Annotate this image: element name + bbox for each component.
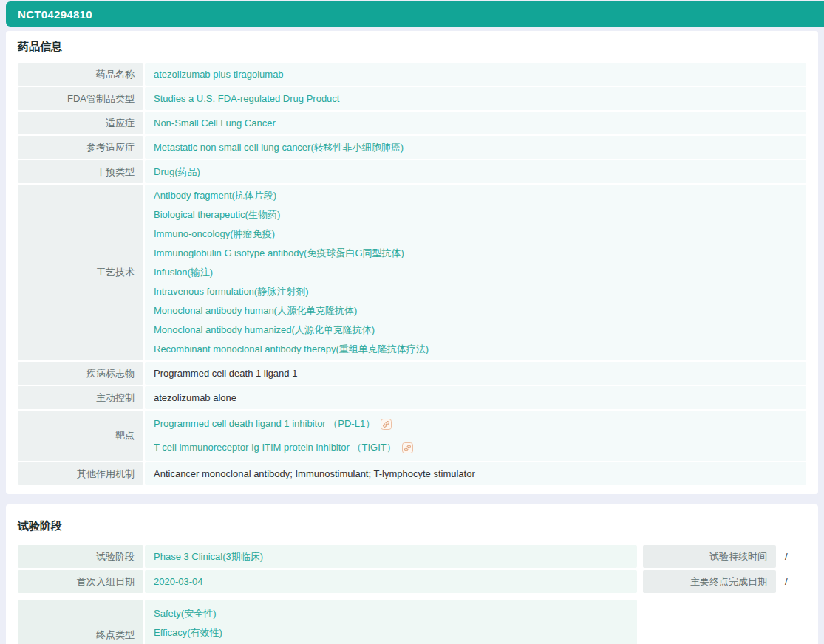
trial-id-header: NCT04294810 — [6, 1, 824, 27]
value-link[interactable]: Infusion(输注) — [154, 263, 797, 282]
value-link[interactable]: Monoclonal antibody human(人源化单克隆抗体) — [154, 301, 797, 321]
trial-phase-left-table: 试验阶段Phase 3 Clinical(3期临床)首次入组日期2020-03-… — [18, 545, 637, 593]
value-link[interactable]: Efficacy(有效性) — [154, 623, 628, 643]
row-label: 试验持续时间 — [643, 545, 776, 568]
table-row: 首次入组日期2020-03-04 — [18, 570, 637, 593]
value-link[interactable]: Intravenous formulation(静脉注射剂) — [154, 282, 797, 301]
value-link[interactable]: Safety(安全性) — [154, 604, 628, 623]
row-label: 终点类型 — [18, 600, 143, 644]
link-icon[interactable] — [402, 442, 413, 453]
row-value: 2020-03-04 — [145, 570, 637, 593]
row-label: 主要终点完成日期 — [643, 570, 776, 593]
table-row: 干预类型Drug(药品) — [18, 160, 806, 183]
value-link[interactable]: Monoclonal antibody humanized(人源化单克隆抗体) — [154, 321, 797, 340]
value-text: / — [785, 547, 797, 566]
row-label: 参考适应症 — [18, 136, 143, 159]
row-label: 工艺技术 — [18, 185, 143, 360]
row-value: Programmed cell death 1 ligand 1 — [145, 362, 806, 385]
row-value: atezolizumab alone — [145, 386, 806, 409]
row-value: Anticancer monoclonal antibody; Immunost… — [145, 462, 806, 485]
value-link[interactable]: Immuno-oncology(肿瘤免疫) — [154, 225, 797, 244]
value-link[interactable]: 2020-03-04 — [154, 572, 628, 592]
trial-phase-card: 试验阶段 试验阶段Phase 3 Clinical(3期临床)首次入组日期202… — [6, 504, 818, 644]
table-row: 试验阶段Phase 3 Clinical(3期临床) — [18, 545, 637, 568]
row-label: 靶点 — [18, 411, 143, 461]
row-label: 适应症 — [18, 112, 143, 134]
value-text: atezolizumab alone — [154, 388, 797, 408]
value-text: / — [785, 572, 797, 592]
row-label: 试验阶段 — [18, 545, 143, 568]
row-label: 药品名称 — [18, 63, 143, 86]
value-link[interactable]: Biological therapeutic(生物药) — [154, 205, 797, 225]
row-label: 疾病标志物 — [18, 362, 143, 385]
value-link[interactable]: Programmed cell death ligand 1 inhibitor… — [154, 412, 797, 436]
table-row: 靶点Programmed cell death ligand 1 inhibit… — [18, 411, 806, 461]
trial-id: NCT04294810 — [18, 8, 92, 21]
row-value: Programmed cell death ligand 1 inhibitor… — [145, 411, 806, 461]
row-value: Non-Small Cell Lung Cancer — [145, 112, 806, 134]
table-row: 主要终点完成日期/ — [643, 570, 806, 593]
endpoint-type-table: 终点类型Safety(安全性)Efficacy(有效性) — [18, 600, 637, 644]
drug-info-table: 药品名称atezolizumab plus tiragolumabFDA管制品类… — [18, 63, 806, 485]
value-link[interactable]: T cell immunoreceptor Ig ITIM protein in… — [154, 436, 797, 459]
row-value: Studies a U.S. FDA-regulated Drug Produc… — [145, 87, 806, 110]
row-value: Drug(药品) — [145, 160, 806, 183]
row-label: 干预类型 — [18, 160, 143, 183]
table-row: 试验持续时间/ — [643, 545, 806, 568]
row-value: Metastatic non small cell lung cancer(转移… — [145, 136, 806, 159]
value-link[interactable]: Phase 3 Clinical(3期临床) — [154, 547, 628, 566]
row-value: Safety(安全性)Efficacy(有效性) — [145, 600, 637, 644]
table-row: 其他作用机制Anticancer monoclonal antibody; Im… — [18, 462, 806, 485]
drug-info-card: 药品信息 药品名称atezolizumab plus tiragolumabFD… — [6, 31, 818, 494]
value-link[interactable]: Immunoglobulin G isotype antibody(免疫球蛋白G… — [154, 244, 797, 263]
row-label: 首次入组日期 — [18, 570, 143, 593]
value-link[interactable]: Studies a U.S. FDA-regulated Drug Produc… — [154, 89, 797, 109]
value-link[interactable]: Antibody fragment(抗体片段) — [154, 186, 797, 205]
row-value: Phase 3 Clinical(3期临床) — [145, 545, 637, 568]
table-row: 工艺技术Antibody fragment(抗体片段)Biological th… — [18, 185, 806, 360]
value-link[interactable]: Recombinant monoclonal antibody therapy(… — [154, 340, 797, 359]
table-row: 药品名称atezolizumab plus tiragolumab — [18, 63, 806, 86]
row-value: / — [777, 570, 806, 593]
link-icon[interactable] — [381, 419, 392, 430]
row-label: FDA管制品类型 — [18, 87, 143, 110]
row-label: 主动控制 — [18, 386, 143, 409]
table-row: 终点类型Safety(安全性)Efficacy(有效性) — [18, 600, 637, 644]
table-row: 主动控制atezolizumab alone — [18, 386, 806, 409]
row-value: atezolizumab plus tiragolumab — [145, 63, 806, 86]
value-text: Anticancer monoclonal antibody; Immunost… — [154, 465, 797, 484]
trial-phase-title: 试验阶段 — [18, 519, 806, 533]
table-row: 疾病标志物Programmed cell death 1 ligand 1 — [18, 362, 806, 385]
row-label: 其他作用机制 — [18, 462, 143, 485]
value-link[interactable]: Drug(药品) — [154, 162, 797, 182]
drug-info-title: 药品信息 — [18, 40, 806, 54]
row-value: / — [777, 545, 806, 568]
table-row: FDA管制品类型Studies a U.S. FDA-regulated Dru… — [18, 87, 806, 110]
value-link[interactable]: Metastatic non small cell lung cancer(转移… — [154, 138, 797, 157]
table-row: 参考适应症Metastatic non small cell lung canc… — [18, 136, 806, 159]
value-text: Programmed cell death 1 ligand 1 — [154, 364, 797, 383]
row-value: Antibody fragment(抗体片段)Biological therap… — [145, 185, 806, 360]
value-link[interactable]: atezolizumab plus tiragolumab — [154, 65, 797, 84]
value-link[interactable]: Non-Small Cell Lung Cancer — [154, 114, 797, 133]
trial-phase-split: 试验阶段Phase 3 Clinical(3期临床)首次入组日期2020-03-… — [18, 545, 806, 593]
table-row: 适应症Non-Small Cell Lung Cancer — [18, 112, 806, 134]
trial-phase-right-table: 试验持续时间/主要终点完成日期/ — [643, 545, 806, 593]
